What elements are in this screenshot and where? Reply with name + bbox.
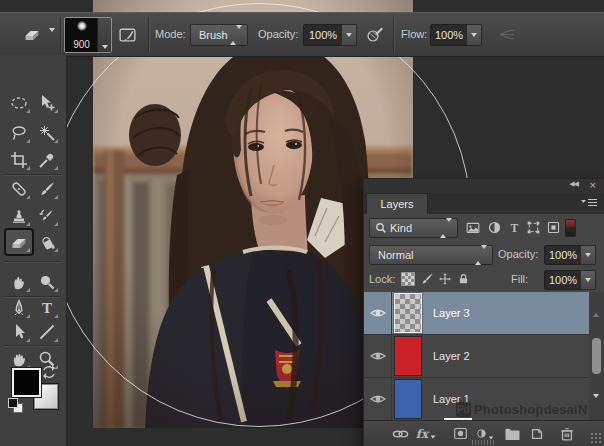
layer-name[interactable]: Layer 3 — [433, 307, 470, 319]
tool-preset-dropdown-icon[interactable] — [49, 32, 55, 50]
new-group-button[interactable] — [503, 425, 521, 442]
tool-paint-bucket[interactable] — [34, 230, 60, 254]
filter-type-layers-icon[interactable]: T — [506, 218, 523, 236]
fill-input[interactable]: 100% — [544, 270, 582, 290]
layer-opacity-label: Opacity: — [498, 248, 538, 260]
lock-all-icon[interactable] — [456, 271, 471, 287]
search-icon — [375, 222, 387, 234]
tool-move[interactable] — [34, 91, 60, 115]
swap-colors-icon[interactable] — [42, 365, 56, 379]
tool-type[interactable]: T — [34, 296, 60, 320]
panel-resize-grip-corner[interactable] — [590, 432, 602, 444]
filtering-toggle[interactable] — [565, 219, 576, 237]
updown-arrows-icon — [475, 249, 487, 261]
opacity-label: Opacity: — [258, 28, 298, 40]
layer-thumbnail[interactable] — [394, 336, 422, 376]
mode-label: Mode: — [155, 28, 186, 40]
blend-mode-row: Normal Opacity: 100% — [364, 241, 604, 267]
add-layer-mask-button[interactable] — [451, 425, 469, 442]
panel-menu-icon[interactable] — [580, 198, 598, 207]
mode-select[interactable]: Brush — [190, 24, 248, 46]
brush-picker-dropdown-icon[interactable] — [97, 18, 111, 52]
visibility-toggle[interactable] — [364, 335, 392, 377]
layer-opacity-dropdown-icon[interactable] — [581, 245, 596, 265]
pressure-opacity-toggle[interactable] — [364, 24, 385, 44]
tool-dodge[interactable] — [34, 270, 60, 294]
watermark-underline — [444, 418, 472, 420]
eye-icon — [370, 307, 386, 319]
watermark-logo: Pd — [456, 402, 471, 417]
delete-layer-button[interactable] — [558, 425, 576, 442]
eye-icon — [370, 393, 386, 405]
brush-size-value: 900 — [65, 39, 98, 50]
tool-brush[interactable] — [34, 177, 60, 201]
layer-styles-button[interactable]: fx — [415, 425, 437, 442]
watermark: Pd PhotoshopdesaiN — [456, 402, 588, 417]
close-panel-icon[interactable]: × — [590, 179, 596, 191]
lock-label: Lock: — [369, 273, 395, 285]
tools-palette: T — [0, 55, 67, 446]
tab-layers[interactable]: Layers — [366, 193, 428, 214]
panel-resize-grip-horizontal[interactable] — [472, 440, 496, 445]
tool-elliptical-marquee[interactable] — [6, 91, 32, 115]
new-layer-button[interactable] — [528, 425, 546, 442]
airbrush-toggle[interactable] — [498, 25, 516, 43]
layer-thumbnail[interactable] — [394, 379, 422, 419]
flow-dropdown-icon[interactable] — [467, 24, 482, 46]
panel-topbar: ◀◀ × — [364, 179, 604, 194]
foreground-color-swatch[interactable] — [12, 368, 41, 397]
eraser-tool-preset-icon[interactable] — [20, 25, 44, 43]
flow-input[interactable]: 100% — [430, 24, 468, 46]
scroll-down-icon[interactable] — [593, 398, 599, 416]
updown-arrows-icon — [440, 222, 452, 234]
layer-name[interactable]: Layer 2 — [433, 350, 470, 362]
tool-path-selection[interactable] — [6, 320, 32, 344]
filter-smart-objects-icon[interactable] — [545, 218, 562, 236]
filter-shape-layers-icon[interactable] — [525, 218, 542, 236]
lock-row: Lock: Fill: 100% — [364, 267, 604, 293]
layer-filter-row: Kind T — [364, 214, 604, 242]
tool-pen[interactable] — [6, 296, 32, 320]
tool-clone-stamp[interactable] — [6, 204, 32, 228]
layers-scrollbar[interactable] — [591, 294, 602, 420]
tool-magic-wand[interactable] — [34, 121, 60, 145]
filter-pixel-layers-icon[interactable] — [464, 218, 481, 236]
watermark-text: PhotoshopdesaiN — [474, 402, 588, 417]
lock-pixels-icon[interactable] — [419, 271, 434, 287]
lock-transparency-icon[interactable] — [400, 271, 415, 287]
tool-options-bar: 900 Mode: Brush Opacity: 100% Flow: 100% — [0, 12, 604, 57]
default-colors-icon[interactable] — [8, 398, 22, 412]
svg-text:T: T — [511, 221, 519, 234]
brush-size-picker[interactable]: 900 — [64, 17, 112, 53]
layer-thumbnail[interactable] — [394, 293, 422, 333]
opacity-input[interactable]: 100% — [303, 24, 343, 46]
photoshop-window: 900 Mode: Brush Opacity: 100% Flow: 100% — [0, 0, 604, 446]
fill-dropdown-icon[interactable] — [581, 270, 596, 290]
layer-opacity-input[interactable]: 100% — [544, 245, 582, 265]
layer-row-layer2[interactable]: Layer 2 — [364, 335, 589, 378]
layer-row-layer3[interactable]: Layer 3 — [364, 292, 589, 335]
tool-eraser[interactable] — [6, 230, 32, 254]
lock-position-icon[interactable] — [437, 271, 452, 287]
layers-panel-bottombar: fx — [364, 420, 604, 446]
link-layers-button[interactable] — [391, 425, 409, 442]
tool-healing-brush[interactable] — [6, 177, 32, 201]
tool-smudge[interactable] — [6, 270, 32, 294]
tool-line[interactable] — [34, 320, 60, 344]
filter-adjustment-layers-icon[interactable] — [486, 218, 503, 236]
toggle-brush-panel-button[interactable] — [116, 23, 138, 45]
tool-crop[interactable] — [6, 148, 32, 172]
visibility-toggle[interactable] — [364, 378, 392, 420]
tool-eyedropper[interactable] — [34, 148, 60, 172]
tool-history-brush[interactable] — [34, 204, 60, 228]
tool-lasso[interactable] — [6, 121, 32, 145]
scrollbar-thumb[interactable] — [592, 338, 601, 374]
opacity-dropdown-icon[interactable] — [342, 24, 357, 46]
filter-kind-select[interactable]: Kind — [369, 218, 458, 238]
mode-value: Brush — [199, 29, 228, 41]
blend-mode-select[interactable]: Normal — [369, 245, 493, 265]
collapse-panel-icon[interactable]: ◀◀ — [569, 180, 578, 188]
scroll-up-icon[interactable] — [593, 296, 599, 314]
brush-tip-preview — [77, 21, 87, 31]
visibility-toggle[interactable] — [364, 292, 392, 334]
